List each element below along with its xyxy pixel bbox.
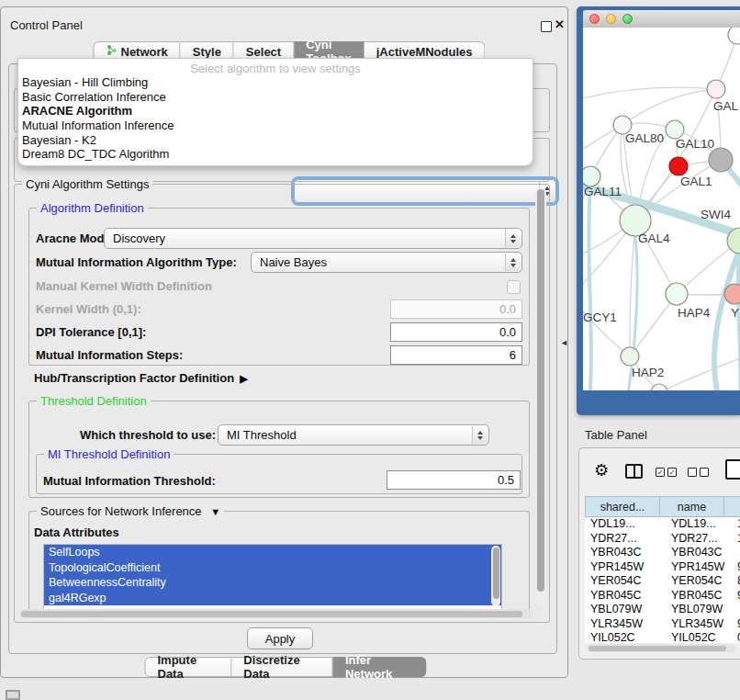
- network-canvas[interactable]: GALGAL80GAL10GAL1GAL11GAL4SWI4HAP4YGCY1H…: [583, 28, 740, 390]
- unselect-all-columns-icon[interactable]: [688, 468, 709, 477]
- attribute-item-selfloops[interactable]: SelfLoops: [44, 545, 501, 560]
- mi-threshold-label: Mutual Information Threshold:: [43, 474, 216, 488]
- aracne-mode-value: Discovery: [113, 231, 165, 245]
- attribute-item-betweennesscentrality[interactable]: BetweennessCentrality: [44, 575, 501, 591]
- algorithm-option-dream8-dc-tdc-algorithm[interactable]: Dream8 DC_TDC Algorithm: [18, 147, 533, 162]
- node-label-gal1: GAL1: [680, 175, 712, 188]
- sources-title-text: Sources for Network Inference: [40, 504, 202, 518]
- settings-hscrollbar[interactable]: [19, 609, 533, 618]
- network-edge: [659, 358, 740, 390]
- table-row[interactable]: YIL052CYIL052C0.: [585, 631, 740, 643]
- network-node-gal11[interactable]: [583, 166, 600, 186]
- table-hscrollbar-thumb[interactable]: [589, 646, 726, 651]
- node-label-y: Y: [731, 306, 739, 320]
- zoom-window-icon[interactable]: [622, 14, 633, 24]
- algorithm-definition-title: Algorithm Definition: [37, 201, 148, 215]
- algorithm-option-mutual-information-inference[interactable]: Mutual Information Inference: [18, 119, 533, 133]
- attribute-item-topologicalcoefficient[interactable]: TopologicalCoefficient: [44, 560, 501, 576]
- node-label-hap4: HAP4: [678, 306, 711, 320]
- table-row[interactable]: YER054CYER054C8.: [585, 574, 740, 589]
- dpi-tolerance-field[interactable]: 0.0: [390, 322, 522, 342]
- table-cell: 9.: [735, 560, 740, 575]
- tab-label: Discretize Data: [243, 653, 320, 681]
- table-row[interactable]: YBR045CYBR045C9.: [585, 589, 740, 604]
- table-cell: YDL19...: [585, 517, 666, 532]
- kernel-width-label: Kernel Width (0,1):: [36, 302, 141, 316]
- settings-vscrollbar-thumb[interactable]: [537, 189, 544, 592]
- table-cell: YPR145W: [666, 560, 735, 575]
- which-threshold-label: Which threshold to use:: [80, 428, 216, 442]
- unchecked-box-icon: [688, 468, 697, 477]
- cyni-bottom-tabbar: Impute DataDiscretize DataInfer Network: [145, 657, 427, 677]
- table-row[interactable]: YBR043CYBR043C: [585, 546, 740, 560]
- network-node[interactable]: [651, 384, 667, 390]
- table-hscrollbar[interactable]: [587, 644, 736, 652]
- tab-infer-network[interactable]: Infer Network: [333, 657, 427, 677]
- table-panel-title: Table Panel: [585, 428, 647, 442]
- algorithm-option-bayesian-k2[interactable]: Bayesian - K2: [18, 133, 533, 148]
- attributes-vscrollbar[interactable]: [491, 546, 500, 606]
- network-node[interactable]: [709, 148, 733, 172]
- tab-discretize-data[interactable]: Discretize Data: [231, 657, 333, 677]
- node-label-gal80: GAL80: [625, 131, 664, 145]
- network-edge: [622, 89, 716, 125]
- table-cell: 12: [735, 532, 740, 547]
- tab-impute-data[interactable]: Impute Data: [145, 657, 232, 677]
- network-node-y[interactable]: [724, 284, 740, 304]
- aracne-mode-combobox[interactable]: Discovery: [104, 228, 522, 249]
- kernel-width-field[interactable]: 0.0: [390, 299, 522, 319]
- algorithm-option-bayesian-hill-climbing[interactable]: Bayesian - Hill Climbing: [18, 75, 533, 90]
- minimized-panel-icon[interactable]: [6, 690, 20, 700]
- column-header-a[interactable]: A: [724, 496, 740, 517]
- which-threshold-combobox[interactable]: MI Threshold: [218, 424, 489, 446]
- expander-expanded-icon[interactable]: ▼: [210, 506, 220, 517]
- network-node-gal10[interactable]: [666, 120, 684, 139]
- unchecked-box-icon: [700, 468, 709, 477]
- attribute-item-gal4rgexp[interactable]: gal4RGexp: [44, 591, 501, 606]
- table-cell: [735, 546, 740, 560]
- mi-threshold-field[interactable]: 0.5: [387, 470, 521, 490]
- table-cell: 9.: [735, 617, 740, 632]
- network-node[interactable]: [728, 28, 740, 44]
- table-cell: YBR045C: [666, 589, 735, 604]
- settings-hscrollbar-thumb[interactable]: [21, 611, 522, 617]
- float-window-icon[interactable]: [541, 21, 552, 32]
- minimize-window-icon[interactable]: [606, 14, 616, 24]
- checked-box-icon: ✓: [656, 468, 665, 477]
- close-window-icon[interactable]: [589, 14, 600, 24]
- tab-label: jActiveMNodules: [376, 45, 473, 59]
- node-label-swi4: SWI4: [701, 208, 731, 221]
- new-table-icon[interactable]: [725, 459, 740, 480]
- column-header-shared[interactable]: shared...: [585, 496, 660, 517]
- algorithm-option-aracne-algorithm[interactable]: ARACNE Algorithm: [18, 104, 533, 119]
- network-node-gal[interactable]: [707, 80, 725, 98]
- data-attributes-list[interactable]: SelfLoopsTopologicalCoefficientBetweenne…: [43, 544, 502, 610]
- table-row[interactable]: YPR145WYPR145W9.: [585, 560, 740, 575]
- table-row[interactable]: YBL079WYBL079W: [585, 603, 740, 617]
- apply-button[interactable]: Apply: [247, 627, 313, 649]
- mi-steps-field[interactable]: 6: [390, 345, 522, 365]
- close-panel-icon[interactable]: ✕: [555, 17, 565, 31]
- table-row[interactable]: YDR27...YDR27...12: [585, 532, 740, 547]
- network-node-gal1[interactable]: [669, 157, 688, 175]
- table-cell: 8.: [735, 574, 740, 589]
- column-header-name[interactable]: name: [660, 496, 724, 517]
- tab-label: Network: [120, 45, 167, 59]
- hub-factor-expander[interactable]: Hub/Transcription Factor Definition▶: [34, 371, 248, 385]
- columns-icon[interactable]: [625, 464, 643, 479]
- mi-type-combobox[interactable]: Naive Bayes: [251, 252, 522, 273]
- network-window-titlebar[interactable]: [583, 10, 740, 28]
- settings-vscrollbar[interactable]: [535, 187, 546, 606]
- network-node-hap4[interactable]: [666, 283, 688, 305]
- attributes-vscrollbar-thumb[interactable]: [493, 548, 499, 599]
- algorithm-option-basic-correlation-inference[interactable]: Basic Correlation Inference: [18, 90, 533, 105]
- table-row[interactable]: YDL19...YDL19...13: [585, 517, 740, 532]
- table-row[interactable]: YLR345WYLR345W9.: [585, 617, 740, 632]
- network-graph: GALGAL80GAL10GAL1GAL11GAL4SWI4HAP4YGCY1H…: [583, 28, 740, 390]
- table-cell: YER054C: [585, 574, 666, 589]
- manual-kernel-checkbox[interactable]: [507, 280, 521, 294]
- gear-icon[interactable]: ⚙: [594, 460, 609, 480]
- select-all-columns-icon[interactable]: ✓ ✓: [656, 468, 677, 477]
- network-node-hap2[interactable]: [621, 347, 639, 366]
- mi-type-label: Mutual Information Algorithm Type:: [36, 255, 237, 269]
